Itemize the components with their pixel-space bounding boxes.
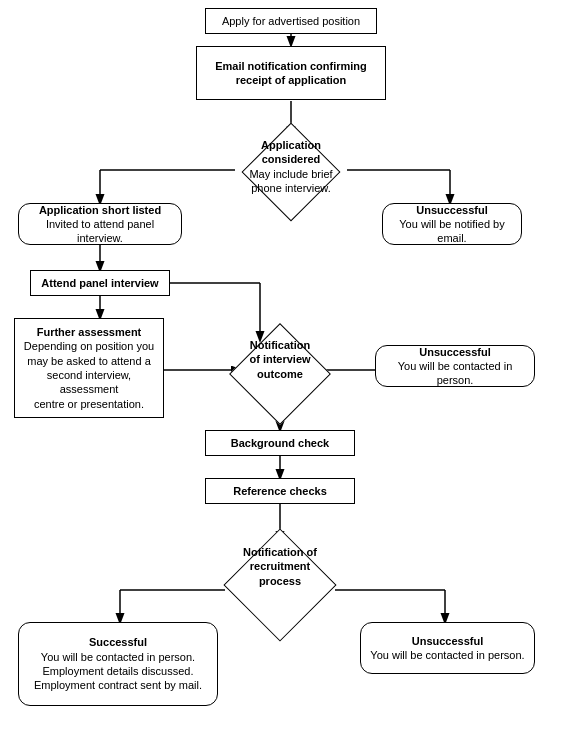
successful-box: SuccessfulYou will be contacted in perso…	[18, 622, 218, 706]
reference-checks-box: Reference checks	[205, 478, 355, 504]
further-assessment-label: Further assessmentDepending on position …	[21, 325, 157, 411]
notif-outcome-container: Notificationof interviewoutcome	[215, 330, 345, 418]
apply-box: Apply for advertised position	[205, 8, 377, 34]
background-check-label: Background check	[231, 436, 329, 450]
unsuccessful-1-label: UnsuccessfulYou will be notified by emai…	[389, 203, 515, 246]
short-listed-label: Application short listedInvited to atten…	[25, 203, 175, 246]
apply-label: Apply for advertised position	[222, 14, 360, 28]
unsuccessful-2-label: UnsuccessfulYou will be contacted in per…	[382, 345, 528, 388]
further-assessment-box: Further assessmentDepending on position …	[14, 318, 164, 418]
notif-recruitment-container: Notification ofrecruitmentprocess	[195, 535, 365, 645]
unsuccessful-2-box: UnsuccessfulYou will be contacted in per…	[375, 345, 535, 387]
app-considered-text: Applicationconsidered May include briefp…	[195, 128, 387, 195]
panel-interview-box: Attend panel interview	[30, 270, 170, 296]
short-listed-box: Application short listedInvited to atten…	[18, 203, 182, 245]
notif-outcome-text: Notificationof interviewoutcome	[215, 330, 345, 381]
notif-recruitment-text: Notification ofrecruitmentprocess	[195, 535, 365, 588]
flowchart: Apply for advertised position Email noti…	[0, 0, 583, 743]
unsuccessful-1-box: UnsuccessfulYou will be notified by emai…	[382, 203, 522, 245]
unsuccessful-3-box: UnsuccessfulYou will be contacted in per…	[360, 622, 535, 674]
app-considered-container: Applicationconsidered May include briefp…	[195, 128, 387, 216]
email-notif-box: Email notification confirmingreceipt of …	[196, 46, 386, 100]
panel-interview-label: Attend panel interview	[41, 276, 158, 290]
email-notif-label: Email notification confirmingreceipt of …	[215, 59, 367, 88]
background-check-box: Background check	[205, 430, 355, 456]
unsuccessful-3-label: UnsuccessfulYou will be contacted in per…	[370, 634, 524, 663]
reference-checks-label: Reference checks	[233, 484, 327, 498]
successful-label: SuccessfulYou will be contacted in perso…	[25, 635, 211, 692]
